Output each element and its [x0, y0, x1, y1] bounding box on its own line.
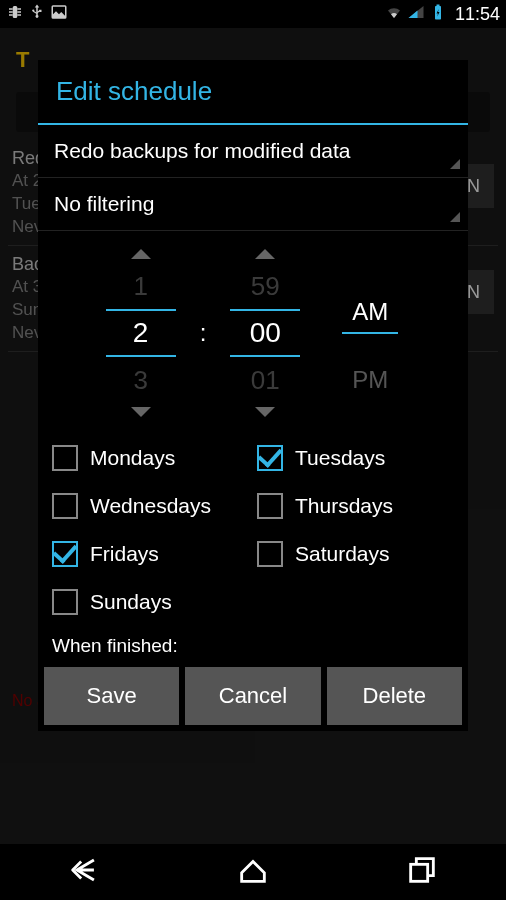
chevron-up-icon[interactable]: [255, 249, 275, 259]
save-button[interactable]: Save: [44, 667, 179, 725]
day-wednesday[interactable]: Wednesdays: [52, 493, 249, 519]
delete-button[interactable]: Delete: [327, 667, 462, 725]
back-icon[interactable]: [67, 853, 101, 891]
cancel-button[interactable]: Cancel: [185, 667, 320, 725]
navigation-bar: [0, 844, 506, 900]
checkbox[interactable]: [52, 541, 78, 567]
edit-schedule-dialog: Edit schedule Redo backups for modified …: [38, 60, 468, 731]
chevron-up-icon[interactable]: [131, 249, 151, 259]
checkbox[interactable]: [257, 445, 283, 471]
filter-dropdown[interactable]: No filtering: [38, 178, 468, 231]
usb-icon: [28, 3, 46, 25]
status-time: 11:54: [455, 4, 500, 25]
image-icon: [50, 3, 68, 25]
chevron-down-icon[interactable]: [255, 407, 275, 417]
checkbox[interactable]: [52, 445, 78, 471]
hour-picker[interactable]: 1 2 3: [86, 245, 196, 421]
days-grid: Mondays Tuesdays Wednesdays Thursdays Fr…: [38, 437, 468, 623]
checkbox[interactable]: [52, 493, 78, 519]
am-option[interactable]: AM: [342, 294, 398, 334]
wifi-icon: [385, 3, 403, 25]
dialog-button-row: Save Cancel Delete: [38, 661, 468, 731]
svg-rect-0: [13, 6, 18, 18]
day-friday[interactable]: Fridays: [52, 541, 249, 567]
ampm-picker[interactable]: AM PM: [320, 271, 420, 421]
minute-value[interactable]: 00: [230, 309, 300, 357]
day-sunday[interactable]: Sundays: [52, 589, 249, 615]
checkbox[interactable]: [257, 541, 283, 567]
hour-value[interactable]: 2: [106, 309, 176, 357]
checkbox[interactable]: [52, 589, 78, 615]
status-bar: 11:54: [0, 0, 506, 28]
when-finished-label: When finished:: [38, 623, 468, 661]
dialog-title: Edit schedule: [38, 60, 468, 123]
checkbox[interactable]: [257, 493, 283, 519]
svg-rect-11: [436, 5, 439, 7]
time-picker: 1 2 3 : 59 00 01 AM PM: [38, 231, 468, 437]
chevron-down-icon[interactable]: [131, 407, 151, 417]
day-monday[interactable]: Mondays: [52, 445, 249, 471]
signal-icon: [407, 3, 425, 25]
svg-rect-12: [410, 864, 427, 881]
day-thursday[interactable]: Thursdays: [257, 493, 454, 519]
battery-icon: [429, 3, 447, 25]
day-tuesday[interactable]: Tuesdays: [257, 445, 454, 471]
debug-icon: [6, 3, 24, 25]
minute-picker[interactable]: 59 00 01: [210, 245, 320, 421]
home-icon[interactable]: [236, 853, 270, 891]
pm-option[interactable]: PM: [342, 362, 398, 398]
backup-type-dropdown[interactable]: Redo backups for modified data: [38, 125, 468, 178]
recent-apps-icon[interactable]: [405, 853, 439, 891]
day-saturday[interactable]: Saturdays: [257, 541, 454, 567]
